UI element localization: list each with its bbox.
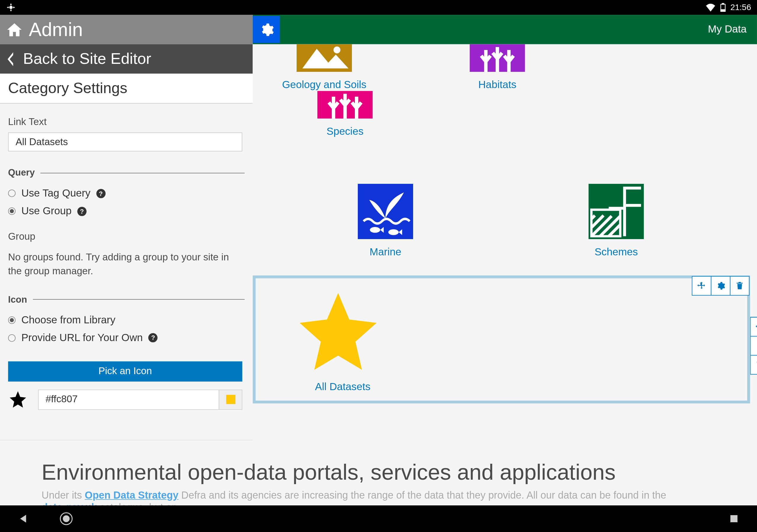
provide-url-option[interactable]: Provide URL for Your Own ? bbox=[8, 332, 245, 344]
help-icon[interactable]: ? bbox=[148, 333, 158, 342]
move-button[interactable] bbox=[692, 276, 711, 296]
block-toolbar-vertical bbox=[750, 317, 757, 374]
group-empty-message: No groups found. Try adding a group to y… bbox=[8, 251, 245, 278]
battery-icon bbox=[720, 3, 726, 12]
svg-point-9 bbox=[370, 227, 380, 233]
svg-rect-25 bbox=[730, 515, 738, 522]
move-icon bbox=[697, 281, 706, 290]
wifi-icon bbox=[706, 3, 715, 12]
color-swatch-button[interactable] bbox=[219, 390, 242, 409]
chevron-left-icon bbox=[6, 52, 15, 66]
category-label: Habitats bbox=[478, 79, 516, 91]
category-label: Species bbox=[326, 126, 363, 138]
use-group-option[interactable]: Use Group ? bbox=[8, 205, 245, 217]
query-section-label: Query bbox=[8, 167, 35, 178]
back-nav-icon[interactable] bbox=[18, 513, 30, 525]
svg-rect-8 bbox=[358, 184, 413, 239]
color-input-group bbox=[38, 389, 242, 409]
move-button[interactable] bbox=[750, 317, 757, 336]
group-label: Group bbox=[8, 231, 245, 243]
admin-label: Admin bbox=[29, 18, 83, 41]
pick-an-icon-button[interactable]: Pick an Icon bbox=[8, 361, 242, 381]
radio-icon bbox=[8, 207, 15, 215]
selected-category-label: All Datasets bbox=[315, 381, 370, 393]
help-icon[interactable]: ? bbox=[77, 207, 87, 216]
clock-text: 21:56 bbox=[730, 3, 751, 12]
color-hex-input[interactable] bbox=[39, 390, 219, 409]
radio-icon bbox=[8, 334, 15, 341]
back-to-site-editor[interactable]: Back to Site Editor bbox=[0, 44, 253, 74]
choose-from-library-label: Choose from Library bbox=[21, 314, 115, 326]
choose-from-library-option[interactable]: Choose from Library bbox=[8, 314, 245, 326]
settings-button[interactable] bbox=[750, 336, 757, 356]
delete-button[interactable] bbox=[730, 276, 749, 296]
delete-button[interactable] bbox=[750, 355, 757, 374]
avast-icon bbox=[6, 2, 16, 13]
trash-icon bbox=[735, 281, 744, 290]
category-geology[interactable]: Geology and Soils bbox=[238, 44, 411, 91]
move-icon bbox=[755, 322, 757, 331]
schemes-icon bbox=[589, 184, 644, 239]
use-group-label: Use Group bbox=[21, 205, 72, 217]
color-swatch bbox=[226, 395, 235, 404]
svg-rect-3 bbox=[721, 10, 725, 12]
recents-nav-icon[interactable] bbox=[729, 514, 739, 524]
settings-button[interactable] bbox=[253, 16, 280, 43]
home-icon bbox=[6, 21, 23, 38]
svg-point-5 bbox=[334, 46, 340, 53]
svg-rect-20 bbox=[740, 284, 741, 288]
provide-url-label: Provide URL for Your Own bbox=[21, 332, 143, 344]
species-icon bbox=[317, 91, 373, 119]
category-label: Schemes bbox=[595, 246, 638, 258]
icon-section-label: Icon bbox=[8, 294, 27, 305]
android-nav-bar bbox=[0, 505, 757, 532]
category-marine[interactable]: Marine bbox=[270, 184, 500, 258]
use-tag-query-option[interactable]: Use Tag Query ? bbox=[8, 187, 245, 199]
trash-icon bbox=[755, 360, 757, 369]
category-habitats[interactable]: Habitats bbox=[411, 44, 584, 91]
selected-category-block[interactable]: All Datasets bbox=[253, 276, 750, 403]
gear-icon bbox=[716, 281, 725, 290]
home-nav-icon[interactable] bbox=[59, 512, 73, 526]
use-tag-query-label: Use Tag Query bbox=[21, 187, 90, 199]
radio-icon bbox=[8, 190, 15, 197]
gear-icon bbox=[259, 22, 274, 37]
admin-header[interactable]: Admin bbox=[0, 15, 253, 44]
geology-icon bbox=[297, 44, 352, 72]
open-data-strategy-link[interactable]: Open Data Strategy bbox=[85, 489, 179, 501]
svg-point-0 bbox=[9, 6, 13, 9]
gear-icon bbox=[755, 341, 757, 350]
footer-heading: Environmental open-data portals, service… bbox=[42, 460, 715, 485]
help-icon[interactable]: ? bbox=[96, 189, 105, 198]
star-icon bbox=[292, 285, 384, 377]
marine-icon bbox=[358, 184, 413, 239]
link-text-input[interactable] bbox=[8, 133, 242, 151]
category-label: Marine bbox=[370, 246, 401, 258]
block-toolbar-horizontal bbox=[692, 276, 749, 296]
svg-rect-2 bbox=[722, 4, 724, 4]
site-header-bar: My Data bbox=[253, 15, 757, 44]
category-schemes[interactable]: Schemes bbox=[501, 184, 732, 258]
main-content: My Data Geology and Soils Habit bbox=[253, 15, 757, 440]
link-text-label: Link Text bbox=[8, 116, 245, 128]
svg-point-24 bbox=[63, 516, 69, 522]
category-settings-header: Category Settings bbox=[0, 74, 253, 103]
back-label: Back to Site Editor bbox=[23, 50, 151, 68]
settings-button[interactable] bbox=[711, 276, 730, 296]
category-label: Geology and Soils bbox=[282, 79, 366, 91]
radio-icon bbox=[8, 316, 15, 324]
svg-point-10 bbox=[388, 229, 399, 235]
svg-rect-19 bbox=[739, 284, 739, 288]
my-data-link[interactable]: My Data bbox=[708, 23, 747, 36]
star-icon bbox=[8, 390, 27, 409]
category-species[interactable]: Species bbox=[258, 91, 432, 138]
android-status-bar: 21:56 bbox=[0, 0, 757, 15]
admin-sidebar: Admin Back to Site Editor Category Setti… bbox=[0, 15, 253, 440]
page-footer-text: Environmental open-data portals, service… bbox=[0, 440, 757, 514]
habitats-icon bbox=[469, 44, 525, 72]
